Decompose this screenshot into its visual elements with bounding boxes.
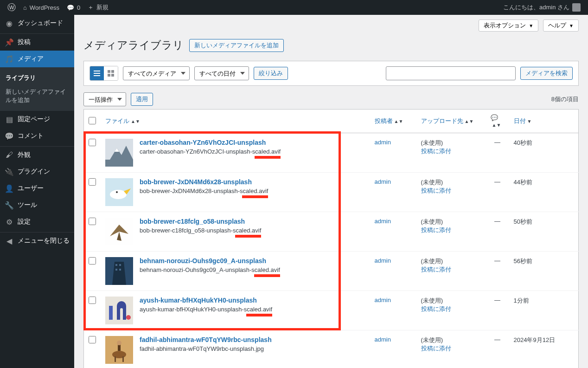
svg-rect-0 (94, 71, 100, 71)
attach-link[interactable]: 投稿に添付 (421, 345, 451, 352)
select-all-checkbox[interactable] (89, 117, 96, 124)
media-filename: bob-brewer-c18fclg_o58-unsplash-scaled.a… (140, 227, 261, 234)
col-header-comments[interactable]: 💬▲▼ (486, 110, 509, 133)
svg-rect-19 (115, 264, 117, 266)
svg-rect-3 (108, 70, 110, 73)
uploaded-to-status: (未使用) (421, 258, 443, 265)
media-thumbnail[interactable] (105, 139, 133, 167)
sidebar-collapse[interactable]: ◀メニューを閉じる (0, 232, 74, 249)
wp-logo[interactable]: ⓦ (4, 0, 19, 15)
media-title-link[interactable]: fadhil-abhimantra-wF0TqYW9rbc-unsplash (140, 336, 272, 343)
table-row: bob-brewer-JxDN4Md6x28-unsplash bob-brew… (84, 173, 579, 212)
svg-rect-5 (108, 74, 110, 77)
comment-count: — (486, 291, 509, 330)
svg-rect-30 (115, 356, 116, 362)
user-icon: 👤 (5, 184, 14, 193)
author-link[interactable]: admin (375, 139, 391, 146)
date-filter[interactable]: すべての日付 (194, 66, 249, 80)
author-link[interactable]: admin (375, 297, 391, 303)
plus-icon: ＋ (88, 3, 94, 12)
sidebar-item-users[interactable]: 👤ユーザー (0, 180, 74, 197)
sidebar-item-comments[interactable]: 💬コメント (0, 128, 74, 144)
attach-link[interactable]: 投稿に添付 (421, 187, 451, 194)
media-type-filter[interactable]: すべてのメディア (123, 66, 190, 80)
media-title-link[interactable]: bob-brewer-JxDN4Md6x28-unsplash (140, 178, 252, 186)
add-new-media-button[interactable]: 新しいメディアファイルを追加 (189, 39, 284, 52)
chevron-down-icon: ▼ (529, 23, 533, 28)
help-button[interactable]: ヘルプ▼ (543, 19, 579, 32)
sidebar-item-dashboard[interactable]: ◉ダッシュボード (0, 15, 74, 32)
comment-count: — (486, 252, 509, 291)
row-checkbox[interactable] (89, 218, 96, 225)
comment-count: — (486, 133, 509, 173)
media-title-link[interactable]: carter-obasohan-YZn6VhOzJCI-unsplash (140, 139, 266, 146)
col-header-uploaded-to[interactable]: アップロード先▲▼ (416, 110, 486, 133)
svg-rect-4 (111, 70, 114, 73)
bulk-action-select[interactable]: 一括操作 (83, 92, 126, 106)
sidebar-sub-library[interactable]: ライブラリ (0, 71, 74, 85)
media-filename: bob-brewer-JxDN4Md6x28-unsplash-scaled.a… (140, 187, 268, 194)
new-content-link[interactable]: ＋新規 (84, 0, 112, 15)
media-table: ファイル▲▼ 投稿者▲▼ アップロード先▲▼ 💬▲▼ 日付▼ carter-ob… (83, 109, 579, 368)
col-header-date[interactable]: 日付▼ (509, 110, 579, 133)
grid-icon (107, 69, 115, 77)
grid-view-button[interactable] (104, 66, 118, 80)
list-view-button[interactable] (90, 66, 104, 80)
author-link[interactable]: admin (375, 218, 391, 225)
comments-link[interactable]: 💬0 (63, 0, 84, 15)
svg-point-13 (116, 191, 118, 193)
media-thumbnail[interactable] (105, 297, 133, 324)
row-checkbox[interactable] (89, 139, 96, 146)
attach-link[interactable]: 投稿に添付 (421, 148, 451, 155)
sidebar-item-appearance[interactable]: 🖌外観 (0, 147, 74, 163)
media-thumbnail[interactable] (105, 336, 133, 364)
author-link[interactable]: admin (375, 178, 391, 185)
media-thumbnail[interactable] (105, 218, 133, 245)
row-checkbox[interactable] (89, 178, 96, 186)
media-date: 1分前 (509, 291, 579, 330)
svg-rect-31 (122, 356, 124, 362)
bulk-apply-button[interactable]: 適用 (131, 93, 153, 106)
table-row: behnam-norouzi-Ouhs9gc09_A-unsplash behn… (84, 252, 579, 291)
sidebar-item-media[interactable]: 🎵メディア (0, 51, 74, 67)
sidebar-item-plugins[interactable]: 🔌プラグイン (0, 163, 74, 180)
sidebar-item-tools[interactable]: 🔧ツール (0, 197, 74, 213)
attach-link[interactable]: 投稿に添付 (421, 305, 451, 312)
media-title-link[interactable]: ayush-kumar-bfHXqHukYH0-unsplash (140, 297, 257, 304)
attach-link[interactable]: 投稿に添付 (421, 226, 451, 233)
settings-icon: ⚙ (5, 217, 14, 226)
comment-count: — (486, 212, 509, 252)
svg-rect-2 (94, 75, 100, 76)
media-thumbnail[interactable] (105, 178, 133, 206)
comment-icon: 💬 (5, 131, 14, 141)
sidebar-sub-add-new[interactable]: 新しいメディアファイルを追加 (0, 85, 74, 107)
row-checkbox[interactable] (89, 336, 96, 343)
media-title-link[interactable]: bob-brewer-c18fclg_o58-unsplash (140, 218, 245, 225)
row-checkbox[interactable] (89, 257, 96, 265)
filter-button[interactable]: 絞り込み (254, 67, 288, 80)
user-greeting[interactable]: こんにちは、admin さん (499, 0, 584, 15)
search-media-button[interactable]: メディアを検索 (520, 67, 573, 80)
sidebar-item-settings[interactable]: ⚙設定 (0, 213, 74, 230)
col-header-author[interactable]: 投稿者▲▼ (370, 110, 416, 133)
collapse-icon: ◀ (5, 236, 14, 245)
row-checkbox[interactable] (89, 297, 96, 304)
sidebar-item-pages[interactable]: ▤固定ページ (0, 111, 74, 128)
media-title-link[interactable]: behnam-norouzi-Ouhs9gc09_A-unsplash (140, 257, 266, 265)
col-header-file[interactable]: ファイル▲▼ (101, 110, 370, 133)
screen-options-button[interactable]: 表示オプション▼ (479, 19, 538, 32)
author-link[interactable]: admin (375, 336, 391, 343)
svg-point-29 (117, 341, 121, 345)
sidebar-item-posts[interactable]: 📌投稿 (0, 34, 74, 51)
svg-point-27 (112, 351, 126, 358)
table-row: fadhil-abhimantra-wF0TqYW9rbc-unsplash f… (84, 330, 579, 368)
attach-link[interactable]: 投稿に添付 (421, 266, 451, 273)
author-link[interactable]: admin (375, 257, 391, 264)
media-search-input[interactable] (386, 66, 516, 80)
svg-rect-21 (115, 269, 117, 271)
media-thumbnail[interactable] (105, 257, 133, 285)
sort-icon: ▲▼ (465, 119, 474, 124)
media-date: 56秒前 (509, 252, 579, 291)
site-link[interactable]: ⌂WordPress (19, 0, 63, 15)
svg-rect-22 (119, 269, 121, 271)
